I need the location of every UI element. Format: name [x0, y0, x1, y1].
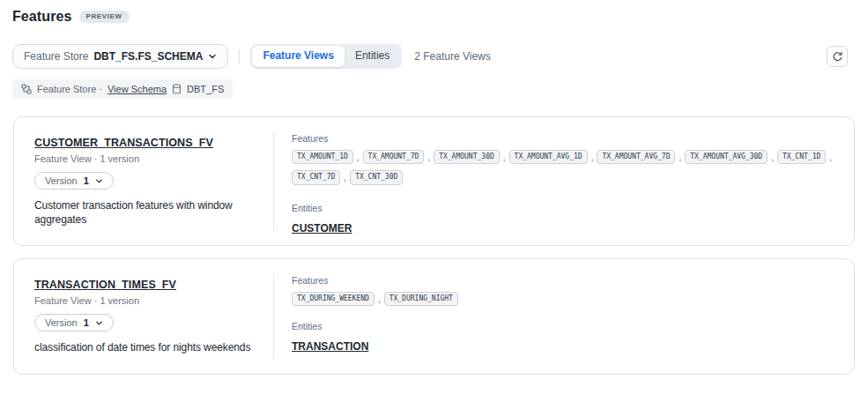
entities-section: Entities TRANSACTION — [292, 321, 833, 354]
toolbar-divider — [239, 49, 240, 63]
chevron-down-icon — [95, 177, 103, 185]
breadcrumb: Feature Store · View Schema DBT_FS — [12, 79, 233, 99]
feature-store-dropdown[interactable]: Feature Store DBT_FS.FS_SCHEMA — [12, 44, 228, 69]
feature-chip: TX_AMOUNT_AVG_7D — [597, 150, 675, 164]
breadcrumb-prefix: Feature Store · — [37, 84, 102, 94]
chip-separator: , — [829, 153, 832, 162]
version-dropdown[interactable]: Version 1 — [34, 314, 114, 331]
entities-section-label: Entities — [292, 203, 833, 213]
feature-store-label: Feature Store — [24, 50, 88, 63]
feature-view-card: TRANSACTION_TIMES_FV Feature View · 1 ve… — [13, 258, 855, 375]
feature-chip: TX_AMOUNT_7D — [363, 150, 425, 164]
feature-view-card: CUSTOMER_TRANSACTIONS_FV Feature View · … — [13, 116, 855, 246]
breadcrumb-view-schema-link[interactable]: View Schema — [108, 84, 167, 94]
chip-separator: , — [357, 153, 360, 162]
feature-store-icon — [21, 84, 32, 94]
feature-chip: TX_DURING_WEEKEND — [292, 292, 375, 306]
chevron-down-icon — [208, 52, 217, 61]
tab-feature-views[interactable]: Feature Views — [252, 46, 344, 67]
feature-chip: TX_DURING_NIGHT — [384, 292, 458, 306]
feature-view-title-link[interactable]: CUSTOMER_TRANSACTIONS_FV — [34, 137, 213, 149]
card-detail-column: Features TX_DURING_WEEKEND,TX_DURING_NIG… — [274, 259, 854, 374]
feature-view-subtitle: Feature View · 1 version — [34, 295, 273, 306]
entities-section-label: Entities — [292, 321, 833, 331]
card-info-column: TRANSACTION_TIMES_FV Feature View · 1 ve… — [14, 259, 273, 374]
chevron-down-icon — [95, 319, 103, 327]
chip-separator: , — [503, 153, 506, 162]
feature-view-title-link[interactable]: TRANSACTION_TIMES_FV — [34, 279, 176, 291]
feature-chip: TX_CNT_30D — [350, 170, 403, 184]
entity-link[interactable]: CUSTOMER — [292, 222, 352, 234]
page-header: Features PREVIEW — [12, 9, 130, 25]
refresh-button[interactable] — [827, 46, 848, 67]
toolbar: Feature Store DBT_FS.FS_SCHEMA Feature V… — [12, 44, 815, 69]
feature-chip: TX_AMOUNT_1D — [292, 150, 353, 164]
features-chip-list: TX_DURING_WEEKEND,TX_DURING_NIGHT — [292, 292, 833, 306]
refresh-icon — [832, 51, 843, 63]
view-tabs: Feature Views Entities — [250, 44, 402, 69]
version-value: 1 — [84, 175, 89, 186]
card-info-column: CUSTOMER_TRANSACTIONS_FV Feature View · … — [14, 117, 273, 245]
feature-views-count: 2 Feature Views — [414, 50, 491, 63]
chip-separator: , — [591, 153, 594, 162]
card-detail-column: Features TX_AMOUNT_1D,TX_AMOUNT_7D,TX_AM… — [274, 117, 854, 245]
feature-view-subtitle: Feature View · 1 version — [34, 153, 273, 164]
chip-separator: , — [378, 294, 381, 304]
feature-chip: TX_AMOUNT_AVG_30D — [685, 150, 768, 164]
chip-separator: , — [344, 173, 346, 182]
entities-section: Entities CUSTOMER — [292, 203, 833, 235]
preview-badge: PREVIEW — [79, 11, 130, 23]
version-label: Version — [45, 317, 78, 328]
feature-view-description: classification of date times for nights … — [34, 341, 271, 355]
feature-chip: TX_AMOUNT_AVG_1D — [509, 150, 588, 164]
feature-chip: TX_CNT_1D — [777, 150, 826, 164]
feature-store-value: DBT_FS.FS_SCHEMA — [93, 50, 203, 63]
page-title: Features — [12, 9, 72, 25]
chip-separator: , — [771, 153, 774, 162]
breadcrumb-database: DBT_FS — [187, 84, 224, 94]
entity-link[interactable]: TRANSACTION — [292, 340, 368, 353]
features-section-label: Features — [292, 133, 833, 144]
chip-separator: , — [427, 153, 430, 162]
feature-chip: TX_CNT_7D — [292, 170, 340, 184]
version-label: Version — [45, 175, 78, 186]
features-section-label: Features — [292, 275, 833, 286]
tab-entities[interactable]: Entities — [345, 46, 400, 67]
feature-chip: TX_AMOUNT_30D — [434, 150, 500, 164]
features-chip-list: TX_AMOUNT_1D,TX_AMOUNT_7D,TX_AMOUNT_30D,… — [292, 150, 833, 185]
version-value: 1 — [84, 317, 89, 328]
chip-separator: , — [679, 153, 681, 162]
version-dropdown[interactable]: Version 1 — [34, 172, 114, 190]
features-page: Features PREVIEW Feature Store DBT_FS.FS… — [0, 0, 868, 402]
database-icon — [172, 84, 182, 94]
feature-view-description: Customer transaction features with windo… — [34, 199, 271, 227]
